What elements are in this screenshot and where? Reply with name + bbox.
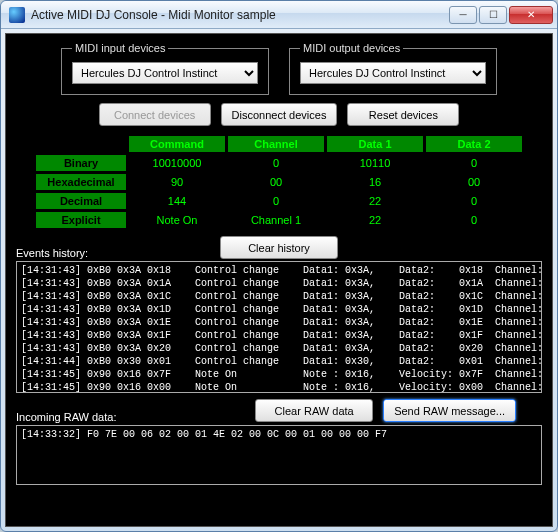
col-command: Command: [129, 136, 225, 152]
cell: 90: [129, 174, 225, 190]
cell: 0: [228, 193, 324, 209]
row-decimal-label: Decimal: [36, 193, 126, 209]
events-history-listbox[interactable]: [14:31:43] 0xB0 0x3A 0x18 Control change…: [16, 261, 542, 393]
midi-output-combo[interactable]: Hercules DJ Control Instinct: [300, 62, 486, 84]
disconnect-button[interactable]: Disconnect devices: [221, 103, 338, 126]
cell: 10010000: [129, 155, 225, 171]
midi-value-grid: Command Channel Data 1 Data 2 Binary 100…: [36, 136, 522, 228]
midi-output-legend: MIDI output devices: [300, 42, 403, 54]
midi-input-legend: MIDI input devices: [72, 42, 168, 54]
cell: 22: [327, 212, 423, 228]
close-button[interactable]: ✕: [509, 6, 553, 24]
cell: 00: [228, 174, 324, 190]
midi-input-group: MIDI input devices Hercules DJ Control I…: [61, 42, 269, 95]
client-area: MIDI input devices Hercules DJ Control I…: [5, 33, 553, 527]
row-binary-label: Binary: [36, 155, 126, 171]
clear-history-button[interactable]: Clear history: [220, 236, 338, 259]
minimize-button[interactable]: ─: [449, 6, 477, 24]
app-window: Active MIDI DJ Console - Midi Monitor sa…: [0, 0, 558, 532]
cell: Channel 1: [228, 212, 324, 228]
grid-corner: [36, 136, 126, 152]
midi-output-group: MIDI output devices Hercules DJ Control …: [289, 42, 497, 95]
titlebar[interactable]: Active MIDI DJ Console - Midi Monitor sa…: [1, 1, 557, 29]
device-selector-row: MIDI input devices Hercules DJ Control I…: [16, 42, 542, 95]
device-button-row: Connect devices Disconnect devices Reset…: [16, 103, 542, 126]
raw-data-listbox[interactable]: [14:33:32] F0 7E 00 06 02 00 01 4E 02 00…: [16, 425, 542, 485]
cell: 0: [426, 155, 522, 171]
cell: 144: [129, 193, 225, 209]
row-hex-label: Hexadecimal: [36, 174, 126, 190]
clear-raw-button[interactable]: Clear RAW data: [255, 399, 373, 422]
reset-button[interactable]: Reset devices: [347, 103, 459, 126]
app-icon: [9, 7, 25, 23]
cell: 10110: [327, 155, 423, 171]
connect-button: Connect devices: [99, 103, 211, 126]
window-title: Active MIDI DJ Console - Midi Monitor sa…: [31, 8, 449, 22]
col-channel: Channel: [228, 136, 324, 152]
cell: 0: [426, 212, 522, 228]
cell: 16: [327, 174, 423, 190]
cell: Note On: [129, 212, 225, 228]
cell: 22: [327, 193, 423, 209]
cell: 0: [228, 155, 324, 171]
col-data1: Data 1: [327, 136, 423, 152]
send-raw-button[interactable]: Send RAW message...: [383, 399, 516, 422]
midi-input-combo[interactable]: Hercules DJ Control Instinct: [72, 62, 258, 84]
cell: 0: [426, 193, 522, 209]
window-controls: ─ ☐ ✕: [449, 6, 553, 24]
raw-data-label: Incoming RAW data:: [16, 411, 255, 423]
col-data2: Data 2: [426, 136, 522, 152]
maximize-button[interactable]: ☐: [479, 6, 507, 24]
events-history-label: Events history:: [16, 247, 148, 259]
row-explicit-label: Explicit: [36, 212, 126, 228]
cell: 00: [426, 174, 522, 190]
